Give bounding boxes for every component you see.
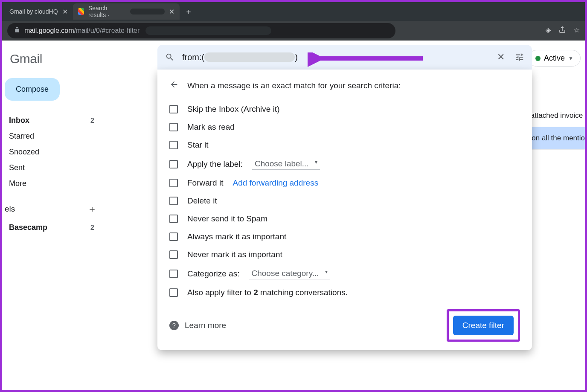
back-arrow-icon[interactable] (169, 80, 179, 92)
star-icon[interactable]: ☆ (574, 26, 580, 35)
nav-label: More (9, 179, 26, 188)
compose-button[interactable]: Compose (5, 78, 60, 101)
filter-option-categorize[interactable]: Categorize as: Choose category... (169, 264, 520, 284)
filter-option-mark-read[interactable]: Mark as read (169, 118, 520, 136)
nav-label: Starred (9, 132, 34, 141)
status-dot-icon (535, 56, 541, 61)
nav-label: Snoozed (9, 148, 39, 157)
tab-title: Search results · (88, 5, 126, 18)
new-tab-button[interactable]: ＋ (180, 6, 198, 17)
option-label: Never send it to Spam (187, 214, 267, 224)
label-basecamp[interactable]: Basecamp 2 (2, 220, 105, 235)
label-name: Basecamp (9, 223, 47, 232)
option-label: Also apply filter to 2 matching conversa… (187, 288, 348, 297)
browser-tab[interactable]: Gmail by cloudHQ ✕ (4, 3, 73, 20)
checkbox[interactable] (169, 123, 178, 131)
status-label: Active (544, 54, 565, 63)
search-options-icon[interactable] (513, 51, 526, 64)
filter-option-never-important[interactable]: Never mark it as important (169, 246, 520, 264)
checkbox[interactable] (169, 197, 178, 205)
lock-icon (14, 27, 20, 35)
checkbox[interactable] (169, 250, 178, 259)
redacted-text (145, 26, 271, 35)
filter-option-skip-inbox[interactable]: Skip the Inbox (Archive it) (169, 100, 520, 118)
learn-more-link[interactable]: ? Learn more (169, 321, 226, 330)
search-input[interactable]: from:( ) (182, 52, 488, 62)
checkbox[interactable] (169, 179, 178, 187)
filter-panel-heading: When a message is an exact match for you… (187, 81, 401, 90)
nav-label: Sent (9, 163, 25, 172)
option-label: Apply the label: (187, 160, 243, 169)
url-input[interactable]: mail.google.com/mail/u/0/#create-filter (7, 23, 395, 38)
checkbox[interactable] (169, 160, 178, 168)
search-bar: from:( ) ✕ (157, 45, 532, 70)
filter-option-never-spam[interactable]: Never send it to Spam (169, 210, 520, 228)
create-filter-button[interactable]: Create filter (453, 316, 514, 335)
clear-search-icon[interactable]: ✕ (494, 51, 507, 64)
close-icon[interactable]: ✕ (62, 8, 68, 16)
annotation-highlight: Create filter (447, 309, 520, 342)
redacted-search-value (204, 52, 295, 62)
nav-more[interactable]: More (2, 176, 105, 192)
option-label: Categorize as: (187, 269, 240, 279)
labels-section-header: els ＋ (2, 192, 105, 220)
option-label: Star it (187, 140, 209, 150)
option-label: Never mark it as important (187, 250, 282, 259)
filter-option-apply-label[interactable]: Apply the label: Choose label... (169, 154, 520, 174)
nav-sent[interactable]: Sent (2, 160, 105, 176)
option-label: Mark as read (187, 122, 235, 132)
browser-tab[interactable]: Search results · ✕ (73, 3, 180, 20)
learn-more-label: Learn more (185, 321, 226, 330)
label-count: 2 (90, 224, 94, 232)
checkbox[interactable] (169, 288, 178, 297)
nav-count: 2 (90, 117, 94, 125)
option-label: Always mark it as important (187, 232, 286, 241)
option-label: Forward it (187, 178, 223, 188)
nav-label: Inbox (9, 116, 29, 125)
option-label: Skip the Inbox (Archive it) (187, 105, 279, 114)
browser-tab-strip: Gmail by cloudHQ ✕ Search results · ✕ ＋ (2, 2, 585, 21)
url-path: /mail/u/0/#create-filter (74, 27, 140, 34)
checkbox[interactable] (169, 141, 178, 149)
nav-inbox[interactable]: Inbox 2 (2, 113, 105, 128)
search-suffix: ) (295, 52, 298, 62)
nav-snoozed[interactable]: Snoozed (2, 144, 105, 160)
nav-starred[interactable]: Starred (2, 128, 105, 144)
checkbox[interactable] (169, 232, 178, 241)
add-label-icon[interactable]: ＋ (87, 203, 97, 215)
checkbox[interactable] (169, 270, 178, 278)
search-prefix: from:( (182, 52, 204, 62)
filter-option-delete[interactable]: Delete it (169, 192, 520, 210)
address-bar: mail.google.com/mail/u/0/#create-filter … (2, 21, 585, 41)
labels-title: els (5, 204, 15, 214)
status-dropdown[interactable]: Active ▼ (528, 50, 581, 67)
filter-option-forward[interactable]: Forward it Add forwarding address (169, 174, 520, 192)
tab-title: Gmail by cloudHQ (9, 8, 58, 15)
sidebar: Gmail Compose Inbox 2 Starred Snoozed Se… (2, 41, 105, 390)
option-label: Delete it (187, 196, 217, 206)
choose-label-dropdown[interactable]: Choose label... (252, 158, 320, 170)
choose-category-dropdown[interactable]: Choose category... (249, 268, 330, 279)
help-icon: ? (169, 321, 179, 330)
gmail-favicon (78, 8, 84, 15)
gmail-logo: Gmail (2, 48, 105, 75)
close-icon[interactable]: ✕ (169, 8, 174, 16)
eye-icon[interactable]: ◈ (546, 26, 551, 35)
checkbox[interactable] (169, 105, 178, 113)
redacted-text (130, 9, 165, 15)
url-host: mail.google.com (24, 27, 74, 34)
chevron-down-icon: ▼ (568, 55, 573, 61)
filter-option-also-apply[interactable]: Also apply filter to 2 matching conversa… (169, 284, 520, 302)
share-icon[interactable] (558, 26, 566, 35)
filter-option-always-important[interactable]: Always mark it as important (169, 228, 520, 246)
checkbox[interactable] (169, 215, 178, 223)
search-icon[interactable] (163, 51, 176, 64)
create-filter-panel: When a message is an exact match for you… (157, 70, 532, 350)
filter-option-star[interactable]: Star it (169, 136, 520, 154)
add-forwarding-address-link[interactable]: Add forwarding address (232, 178, 318, 188)
